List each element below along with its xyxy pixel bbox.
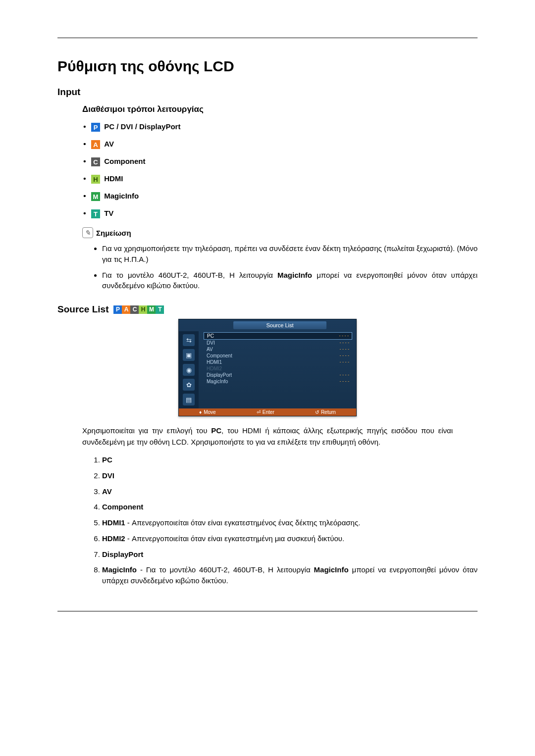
ordered-item-label: MagicInfo: [102, 565, 137, 574]
notes-list: Για να χρησιμοποιήσετε την τηλεόραση, πρ…: [102, 243, 478, 291]
osd-row-status: - - - -: [340, 372, 350, 378]
ordered-item-label: AV: [102, 487, 112, 496]
page-title: Ρύθμιση της οθόνης LCD: [57, 58, 478, 75]
osd-row-name: DVI: [207, 340, 215, 346]
osd-panel: Source List ⇆ ▣ ◉ ✿ ▤ PC- - - -DVI- - - …: [178, 319, 357, 416]
osd-footer-enter: ⏎ Enter: [257, 409, 274, 415]
osd-row-name: HDMI1: [207, 359, 222, 365]
source-ordered-item: HDMI1 - Απενεργοποιείται όταν είναι εγκα…: [102, 517, 478, 528]
osd-row-name: DisplayPort: [207, 372, 232, 378]
osd-row-name: PC: [207, 333, 214, 339]
source-badge-m-icon: M: [147, 305, 156, 314]
osd-row: Component- - - -: [204, 353, 352, 359]
note-item: Για το μοντέλο 460UT-2, 460UT-B, Η λειτο…: [102, 270, 478, 292]
osd-icon-sound: ◉: [183, 364, 195, 376]
source-ordered-item: MagicInfo - Για το μοντέλο 460UT-2, 460U…: [102, 564, 478, 586]
mode-label: MagicInfo: [104, 192, 139, 200]
source-ordered-item: PC: [102, 454, 478, 465]
ordered-item-label: HDMI2: [102, 534, 125, 543]
source-ordered-item: Component: [102, 502, 478, 512]
osd-row: MagicInfo- - - -: [204, 378, 352, 385]
source-list-heading-row: Source List PACHMT: [57, 304, 478, 315]
bullet-icon: •: [82, 174, 87, 183]
osd-row: DVI- - - -: [204, 340, 352, 346]
source-list-heading: Source List: [57, 304, 108, 315]
mode-item: •H HDMI: [82, 174, 478, 184]
source-badge-p-icon: P: [113, 305, 122, 314]
osd-row: DisplayPort- - - -: [204, 372, 352, 378]
mode-item: •C Component: [82, 157, 478, 166]
osd-sidebar-icons: ⇆ ▣ ◉ ✿ ▤: [179, 331, 199, 408]
ordered-item-label: DisplayPort: [102, 550, 143, 558]
source-badge-c-icon: C: [130, 305, 139, 314]
source-badge-t-icon: T: [156, 305, 164, 314]
osd-footer-move-label: Move: [204, 409, 215, 415]
osd-rows: PC- - - -DVI- - - -AV- - - -Component- -…: [199, 331, 356, 408]
osd-row-status: - - - -: [339, 333, 349, 339]
source-ordered-list: PCDVIAVComponentHDMI1 - Απενεργοποιείται…: [102, 454, 478, 586]
mode-badge-h-icon: H: [91, 175, 100, 184]
osd-row-status: - - - -: [340, 353, 350, 358]
source-ordered-item: AV: [102, 486, 478, 497]
osd-row-name: AV: [207, 347, 213, 352]
osd-footer-return-label: Return: [321, 409, 336, 415]
bullet-icon: •: [82, 140, 87, 148]
source-list-paragraph: Χρησιμοποιείται για την επιλογή του PC, …: [82, 425, 453, 448]
mode-item: •M MagicInfo: [82, 192, 478, 201]
modes-heading: Διαθέσιμοι τρόποι λειτουργίας: [82, 104, 478, 114]
osd-footer: ♦ Move ⏎ Enter ↺ Return: [179, 408, 356, 416]
bullet-icon: •: [82, 192, 87, 200]
osd-row-status: - - - -: [340, 379, 350, 384]
para-pre: Χρησιμοποιείται για την επιλογή του: [82, 426, 211, 435]
osd-row-name: HDMI2: [207, 366, 222, 371]
mode-label: AV: [104, 140, 114, 148]
mode-label: Component: [104, 157, 145, 165]
osd-row-status: - - - -: [340, 359, 350, 365]
mode-badge-t-icon: T: [91, 209, 100, 218]
ordered-item-text: - Για το μοντέλο 460UT-2, 460UT-B, Η λει…: [102, 565, 478, 585]
note-heading: ✎ Σημείωση: [82, 227, 478, 238]
mode-label: HDMI: [104, 174, 123, 183]
bullet-icon: •: [82, 157, 87, 165]
osd-icon-multi: ▤: [183, 394, 195, 405]
osd-row: PC- - - -: [204, 332, 352, 340]
osd-body: ⇆ ▣ ◉ ✿ ▤ PC- - - -DVI- - - -AV- - - -Co…: [179, 331, 356, 408]
osd-footer-move: ♦ Move: [199, 409, 216, 415]
ordered-item-label: DVI: [102, 471, 114, 480]
note-icon: ✎: [82, 227, 93, 238]
osd-row: AV- - - -: [204, 346, 352, 353]
bottom-divider: [57, 611, 478, 611]
modes-list: •P PC / DVI / DisplayPort•A AV•C Compone…: [82, 122, 478, 218]
osd-row-name: MagicInfo: [207, 379, 228, 384]
section-input-heading: Input: [57, 87, 478, 98]
note-item: Για να χρησιμοποιήσετε την τηλεόραση, πρ…: [102, 243, 478, 265]
source-ordered-item: DisplayPort: [102, 549, 478, 560]
bullet-icon: •: [82, 209, 87, 217]
mode-badge-a-icon: A: [91, 140, 100, 149]
ordered-item-text: - Απενεργοποιείται όταν είναι εγκατεστημ…: [125, 534, 344, 543]
bullet-icon: •: [82, 122, 87, 131]
ordered-item-text: - Απενεργοποιείται όταν είναι εγκατεστημ…: [125, 518, 361, 527]
source-badge-a-icon: A: [122, 305, 130, 314]
osd-footer-enter-label: Enter: [263, 409, 274, 415]
mode-badge-m-icon: M: [91, 192, 100, 201]
ordered-item-label: PC: [102, 455, 112, 464]
osd-row-status: - - - -: [340, 347, 350, 352]
mode-item: •P PC / DVI / DisplayPort: [82, 122, 478, 132]
osd-icon-input: ⇆: [183, 334, 195, 346]
mode-badge-c-icon: C: [91, 157, 100, 166]
note-label: Σημείωση: [96, 229, 131, 237]
ordered-item-label: Component: [102, 503, 143, 511]
source-ordered-item: DVI: [102, 470, 478, 481]
mode-label: TV: [104, 209, 113, 217]
ordered-item-label: HDMI1: [102, 518, 125, 527]
osd-row-name: Component: [207, 353, 232, 358]
mode-item: •A AV: [82, 140, 478, 149]
osd-row: HDMI1- - - -: [204, 359, 352, 365]
para-bold: PC: [211, 426, 221, 435]
mode-label: PC / DVI / DisplayPort: [104, 122, 180, 131]
osd-row: HDMI2: [204, 365, 352, 372]
osd-row-status: - - - -: [340, 340, 350, 346]
mode-badge-p-icon: P: [91, 123, 100, 132]
osd-icon-picture: ▣: [183, 349, 195, 361]
